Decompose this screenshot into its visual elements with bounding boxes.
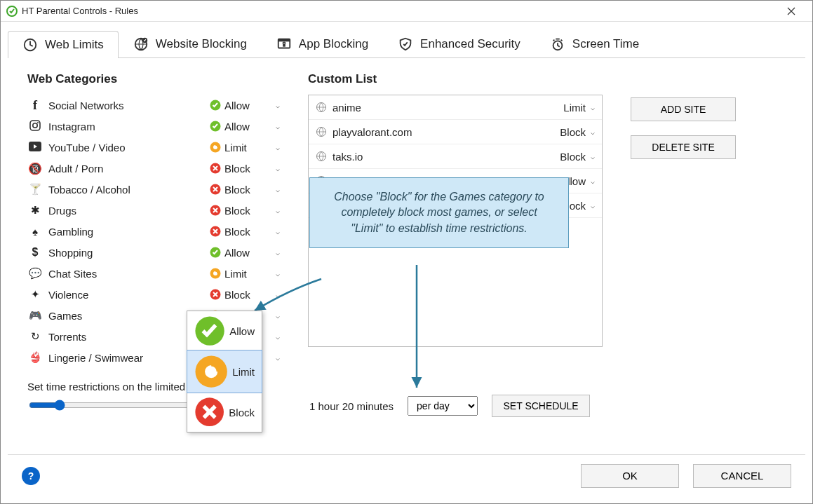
action-label: Allow	[224, 121, 250, 132]
action-label: Allow	[224, 247, 250, 259]
callout-tooltip: Choose "Block" for the Games category to…	[309, 177, 569, 248]
allow-status-icon	[210, 100, 221, 111]
category-action-select[interactable]: Block⌵	[210, 289, 280, 301]
tab-label: Enhanced Security	[420, 37, 520, 51]
help-button[interactable]: ?	[22, 467, 40, 485]
site-action-select[interactable]: Limit⌵	[560, 102, 595, 114]
category-row: ♠GamblingBlock⌵	[27, 221, 280, 242]
list-item[interactable]: animeLimit⌵	[309, 95, 602, 120]
instagram-icon	[27, 120, 43, 133]
dropdown-item-limit[interactable]: Limit	[187, 350, 262, 393]
panel-web-limits: Web Categories fSocial NetworksAllow⌵Ins…	[8, 58, 805, 451]
cancel-button[interactable]: CANCEL	[693, 464, 791, 488]
screen-time-icon	[550, 36, 565, 52]
category-action-select[interactable]: Allow⌵	[210, 100, 280, 111]
heading-categories: Web Categories	[27, 72, 280, 86]
close-button[interactable]	[776, 1, 807, 21]
category-name: YouTube / Video	[48, 142, 210, 154]
allow-status-icon	[210, 121, 221, 132]
category-action-select[interactable]: Block⌵	[210, 226, 280, 238]
delete-site-button[interactable]: DELETE SITE	[631, 135, 736, 159]
gambling-icon: ♠	[27, 226, 43, 238]
site-action-select[interactable]: Block⌵	[556, 151, 595, 163]
category-action-select[interactable]: Block⌵	[210, 163, 280, 175]
allow-status-icon	[194, 315, 225, 346]
tab-screen-time[interactable]: Screen Time	[535, 30, 654, 57]
category-name: Drugs	[48, 205, 210, 217]
action-label: Block	[560, 151, 586, 163]
chevron-down-icon: ⌵	[276, 207, 280, 214]
list-item[interactable]: playvalorant.comBlock⌵	[309, 120, 602, 144]
chevron-down-icon: ⌵	[276, 165, 280, 172]
action-label: Block	[224, 163, 250, 175]
category-row: ✱DrugsBlock⌵	[27, 200, 280, 221]
category-action-select[interactable]: Block⌵	[210, 205, 280, 217]
svg-point-10	[33, 123, 37, 127]
window-title: HT Parental Controls - Rules	[22, 6, 138, 16]
dropdown-item-label: Limit	[232, 366, 255, 378]
app-blocking-icon	[276, 36, 292, 52]
titlebar: HT Parental Controls - Rules	[1, 1, 812, 22]
tab-label: App Blocking	[299, 37, 368, 51]
period-select[interactable]: per dayper week	[408, 396, 478, 416]
limit-status-icon	[210, 142, 221, 153]
tab-enhanced-security[interactable]: Enhanced Security	[383, 30, 535, 57]
web-limits-icon	[22, 37, 38, 53]
chevron-down-icon: ⌵	[276, 270, 280, 278]
category-row: 💬Chat SitesLimit⌵	[27, 263, 280, 284]
site-action-select[interactable]: Block⌵	[556, 126, 595, 138]
website-blocking-icon	[133, 36, 149, 52]
chevron-down-icon: ⌵	[591, 177, 595, 185]
tab-website-blocking[interactable]: Website Blocking	[119, 30, 262, 57]
category-action-select[interactable]: Limit⌵	[210, 142, 280, 154]
list-item[interactable]: taks.ioBlock⌵	[309, 144, 602, 169]
category-name: Instagram	[48, 121, 210, 132]
footer: ? OK CANCEL	[8, 454, 805, 496]
category-name: Gambling	[48, 226, 210, 238]
chevron-down-icon: ⌵	[591, 104, 595, 111]
action-label: Limit	[563, 102, 586, 114]
ok-button[interactable]: OK	[581, 464, 679, 488]
chevron-down-icon: ⌵	[276, 312, 280, 320]
limit-status-icon	[194, 355, 228, 388]
category-row: InstagramAllow⌵	[27, 116, 280, 137]
category-action-select[interactable]: Limit⌵	[210, 268, 280, 280]
tab-bar: Web LimitsWebsite BlockingApp BlockingEn…	[8, 30, 805, 58]
category-name: Shopping	[48, 247, 210, 259]
add-site-button[interactable]: ADD SITE	[631, 97, 736, 121]
category-row: $ShoppingAllow⌵	[27, 242, 280, 263]
category-row: 🔞Adult / PornBlock⌵	[27, 158, 280, 179]
block-status-icon	[210, 184, 221, 195]
games-icon: 🎮	[27, 309, 43, 322]
globe-icon	[316, 102, 327, 113]
category-action-select[interactable]: Allow⌵	[210, 121, 280, 132]
category-name: Adult / Porn	[48, 163, 210, 175]
tab-app-blocking[interactable]: App Blocking	[262, 30, 383, 57]
close-icon	[787, 7, 795, 15]
svg-rect-6	[283, 43, 285, 47]
chat-icon: 💬	[27, 267, 43, 280]
block-status-icon	[194, 397, 224, 427]
category-row: ✦ViolenceBlock⌵	[27, 284, 280, 305]
block-status-icon	[210, 226, 221, 237]
category-row: fSocial NetworksAllow⌵	[27, 95, 280, 116]
torrents-icon: ↻	[27, 330, 43, 343]
lingerie-icon: 👙	[27, 351, 43, 364]
chevron-down-icon: ⌵	[276, 228, 280, 236]
svg-rect-9	[30, 121, 40, 130]
category-action-select[interactable]: Block⌵	[210, 184, 280, 196]
tab-web-limits[interactable]: Web Limits	[8, 31, 119, 58]
tab-label: Web Limits	[45, 38, 104, 52]
action-label: Limit	[224, 268, 247, 280]
dropdown-item-allow[interactable]: Allow	[187, 311, 262, 350]
action-label: Block	[224, 205, 250, 217]
shopping-icon: $	[27, 246, 43, 259]
set-schedule-button[interactable]: SET SCHEDULE	[492, 395, 590, 417]
chevron-down-icon: ⌵	[276, 102, 280, 109]
category-action-select[interactable]: Allow⌵	[210, 247, 280, 259]
chevron-down-icon: ⌵	[276, 123, 280, 130]
globe-icon	[316, 126, 327, 137]
action-dropdown[interactable]: AllowLimitBlock	[187, 311, 262, 433]
dropdown-item-block[interactable]: Block	[187, 393, 262, 431]
category-name: Social Networks	[48, 100, 210, 111]
